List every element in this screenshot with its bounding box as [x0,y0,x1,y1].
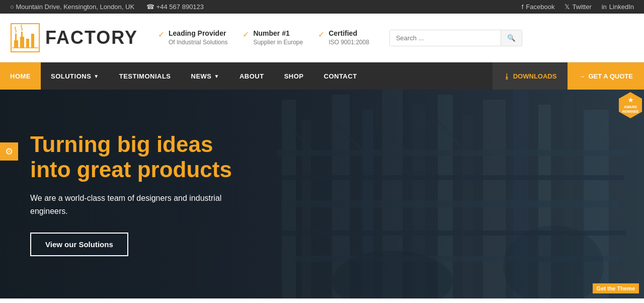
hero-subtitle: We are a world-class team of designers a… [30,192,242,217]
twitter-link[interactable]: 𝕏 Twitter [565,3,591,11]
linkedin-link[interactable]: in LinkedIn [602,3,634,11]
nav-downloads[interactable]: ⭳ DOWNLOADS [493,62,568,90]
logo-text: FACTORY [45,27,138,48]
nav-news[interactable]: NEWS ▼ [181,62,229,90]
logo-icon [10,23,40,53]
nav-left: HOME SOLUTIONS ▼ TESTIMONIALS NEWS ▼ ABO… [0,62,493,90]
award-star-icon: ★ [628,97,633,105]
facebook-icon: f [522,3,524,11]
chevron-down-icon: ▼ [94,73,99,79]
feature-leading-provider: ✓ Leading Provider Of Industrial Solutio… [158,29,227,46]
search-icon: 🔍 [507,34,516,42]
feature-sub-1: Of Industrial Solutions [169,39,227,46]
logo[interactable]: FACTORY [10,23,138,53]
twitter-icon: 𝕏 [565,3,570,11]
check-icon-2: ✓ [243,30,249,39]
top-bar-contact: ○ Mountain Drive, Kensington, London, UK… [10,3,204,11]
header: FACTORY ✓ Leading Provider Of Industrial… [0,14,644,62]
header-features: ✓ Leading Provider Of Industrial Solutio… [158,29,634,46]
svg-rect-3 [26,39,29,48]
svg-rect-4 [31,34,34,48]
settings-fab[interactable]: ⚙ [0,142,18,161]
check-icon-1: ✓ [158,30,165,39]
linkedin-icon: in [602,3,607,11]
arrow-icon: → [579,72,585,80]
award-badge: ★ AWARD NOMINEE [619,92,644,120]
nav-about[interactable]: ABOUT [229,62,274,90]
nav-home[interactable]: HOME [0,62,41,90]
nav-right: ⭳ DOWNLOADS → GET A QUOTE [493,62,644,90]
nav-get-quote[interactable]: → GET A QUOTE [568,62,644,90]
top-bar: ○ Mountain Drive, Kensington, London, UK… [0,0,644,14]
feature-title-2: Number #1 [253,29,303,37]
nav-shop[interactable]: SHOP [274,62,314,90]
get-theme-label[interactable]: Get the Theme [593,283,639,293]
phone-icon: ☎ [146,3,154,11]
award-line1: AWARD [624,105,637,109]
svg-rect-5 [15,34,17,40]
search-input[interactable] [390,30,501,46]
svg-rect-2 [20,37,24,48]
hero-content: Turning big ideas into great products We… [0,132,272,256]
nav-bar: HOME SOLUTIONS ▼ TESTIMONIALS NEWS ▼ ABO… [0,62,644,90]
feature-title-1: Leading Provider [169,29,227,37]
nav-solutions[interactable]: SOLUTIONS ▼ [41,62,109,90]
svg-rect-6 [21,32,23,37]
nav-testimonials[interactable]: TESTIMONIALS [109,62,181,90]
phone-item: ☎ +44 567 890123 [146,3,204,11]
feature-title-3: Certified [329,29,369,37]
location-icon: ○ [10,3,14,11]
hero-title: Turning big ideas into great products [30,132,242,183]
search-button[interactable]: 🔍 [501,30,522,46]
check-icon-3: ✓ [318,30,325,39]
top-bar-socials: f Facebook 𝕏 Twitter in LinkedIn [522,3,634,11]
download-icon: ⭳ [504,72,510,80]
feature-sub-2: Supplier in Europe [253,39,303,46]
address-item: ○ Mountain Drive, Kensington, London, UK [10,3,134,11]
feature-certified: ✓ Certified ISO 9001:2008 [318,29,369,46]
feature-number-one: ✓ Number #1 Supplier in Europe [243,29,303,46]
award-line2: NOMINEE [622,109,639,114]
nav-contact[interactable]: CONTACT [314,62,367,90]
feature-sub-3: ISO 9001:2008 [329,39,369,46]
svg-rect-1 [14,40,18,48]
gear-icon: ⚙ [5,146,13,157]
hero-cta-button[interactable]: View our Solutions [30,233,128,256]
facebook-link[interactable]: f Facebook [522,3,555,11]
hero-section: Turning big ideas into great products We… [0,90,644,298]
search-wrap[interactable]: 🔍 [389,30,522,46]
chevron-down-icon-news: ▼ [214,73,219,79]
